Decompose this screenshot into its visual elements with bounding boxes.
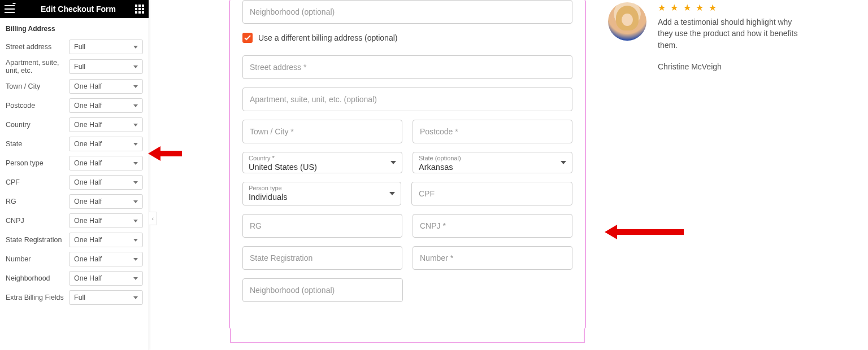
rg-input[interactable] <box>242 214 402 238</box>
testimonial-author: Christine McVeigh <box>658 62 805 71</box>
field-width-select[interactable]: One Half <box>69 156 143 170</box>
chevron-down-icon <box>133 124 138 126</box>
chevron-down-icon <box>133 181 138 184</box>
field-width-value: One Half <box>74 178 102 186</box>
sidebar-title: Edit Checkout Form <box>21 5 135 14</box>
field-width-select[interactable]: One Half <box>69 252 143 266</box>
field-width-select[interactable]: One Half <box>69 98 143 113</box>
chevron-down-icon <box>133 239 138 242</box>
svg-marker-1 <box>605 225 684 239</box>
chevron-down-icon <box>133 258 138 261</box>
star-rating-icon: ★ ★ ★ ★ ★ <box>658 2 805 13</box>
persontype-select[interactable]: Person type Individuals <box>242 182 401 205</box>
field-width-select[interactable]: One Half <box>69 175 143 190</box>
chevron-down-icon <box>133 277 138 280</box>
apartment-input[interactable] <box>242 88 572 111</box>
field-width-value: Full <box>74 43 85 51</box>
svg-marker-0 <box>148 146 182 161</box>
statereg-input[interactable] <box>242 246 402 270</box>
field-width-select[interactable]: Full <box>69 59 143 74</box>
country-value: United States (US) <box>249 163 396 172</box>
collapse-panel-icon[interactable]: ‹ <box>149 212 157 225</box>
field-width-value: One Half <box>74 102 102 110</box>
field-width-value: One Half <box>74 274 102 282</box>
chevron-down-icon <box>133 220 138 222</box>
cnpj-input[interactable] <box>413 214 572 238</box>
field-width-select[interactable]: Full <box>69 40 143 54</box>
field-label: Neighborhood <box>6 274 69 282</box>
chevron-down-icon <box>133 104 138 107</box>
menu-icon[interactable] <box>5 5 15 13</box>
field-width-value: One Half <box>74 140 102 148</box>
field-row-persontype: Person type One Half <box>0 154 149 173</box>
testimonial-block: ★ ★ ★ ★ ★ Add a testimonial should highl… <box>608 0 811 71</box>
field-label: State <box>6 140 69 148</box>
field-width-select[interactable]: One Half <box>69 271 143 286</box>
chevron-down-icon <box>133 143 138 146</box>
persontype-label: Person type <box>249 185 395 191</box>
field-width-value: One Half <box>74 159 102 167</box>
field-row-rg: RG One Half <box>0 192 149 211</box>
chevron-down-icon <box>133 46 138 49</box>
country-select[interactable]: Country * United States (US) <box>242 152 402 173</box>
canvas: Use a different billing address (optiona… <box>229 0 591 350</box>
neighborhood-input[interactable] <box>242 278 403 302</box>
field-width-value: One Half <box>74 82 102 90</box>
field-row-state: State One Half <box>0 134 149 154</box>
neighborhood-input-top[interactable] <box>242 0 572 24</box>
field-width-value: One Half <box>74 255 102 263</box>
field-width-value: Full <box>74 294 85 301</box>
field-row-number: Number One Half <box>0 250 149 269</box>
field-label: Postcode <box>6 102 69 110</box>
checkbox-checked-icon[interactable] <box>242 33 253 43</box>
field-label: Extra Billing Fields <box>6 294 69 301</box>
diff-billing-checkbox-row[interactable]: Use a different billing address (optiona… <box>242 33 572 43</box>
field-width-select[interactable]: Full <box>69 290 143 305</box>
field-width-value: One Half <box>74 236 102 244</box>
number-input[interactable] <box>413 246 572 270</box>
field-label: Apartment, suite, unit, etc. <box>6 59 69 75</box>
chevron-down-icon <box>561 161 566 164</box>
field-width-select[interactable]: One Half <box>69 137 143 151</box>
section-title: Billing Address <box>0 18 149 37</box>
street-input[interactable] <box>242 55 572 79</box>
field-label: State Registration <box>6 236 69 244</box>
chevron-down-icon <box>389 192 395 195</box>
field-label: Country <box>6 121 69 129</box>
annotation-arrow-right <box>605 222 684 242</box>
chevron-down-icon <box>133 162 138 165</box>
cpf-input[interactable] <box>411 182 572 205</box>
state-select[interactable]: State (optional) Arkansas <box>413 152 572 173</box>
testimonial-text: Add a testimonial should highlight why t… <box>658 16 805 51</box>
persontype-value: Individuals <box>249 193 395 202</box>
field-width-value: One Half <box>74 217 102 225</box>
annotation-arrow-left <box>148 144 182 163</box>
chevron-down-icon <box>133 200 138 203</box>
field-width-value: Full <box>74 63 85 71</box>
grid-icon[interactable] <box>135 5 144 14</box>
editor-sidebar: Edit Checkout Form Billing Address Stree… <box>0 0 149 350</box>
field-width-select[interactable]: One Half <box>69 233 143 247</box>
sidebar-header: Edit Checkout Form <box>0 0 149 18</box>
field-width-select[interactable]: One Half <box>69 194 143 209</box>
field-row-street-address: Street address Full <box>0 37 149 56</box>
field-label: CNPJ <box>6 217 69 225</box>
field-label: Number <box>6 255 69 263</box>
chevron-down-icon <box>390 161 396 164</box>
country-label: Country * <box>249 155 396 161</box>
field-width-select[interactable]: One Half <box>69 117 143 132</box>
field-row-apartment: Apartment, suite, unit, etc. Full <box>0 56 149 77</box>
field-width-select[interactable]: One Half <box>69 79 143 94</box>
state-label: State (optional) <box>419 155 566 161</box>
postcode-input[interactable] <box>413 120 572 143</box>
field-row-neighborhood: Neighborhood One Half <box>0 269 149 288</box>
field-label: CPF <box>6 178 69 186</box>
field-row-town: Town / City One Half <box>0 77 149 96</box>
field-label: Street address <box>6 43 69 51</box>
field-row-statereg: State Registration One Half <box>0 230 149 250</box>
field-row-postcode: Postcode One Half <box>0 96 149 115</box>
town-input[interactable] <box>242 120 402 143</box>
field-label: RG <box>6 198 69 205</box>
field-width-select[interactable]: One Half <box>69 213 143 228</box>
field-row-cnpj: CNPJ One Half <box>0 211 149 230</box>
